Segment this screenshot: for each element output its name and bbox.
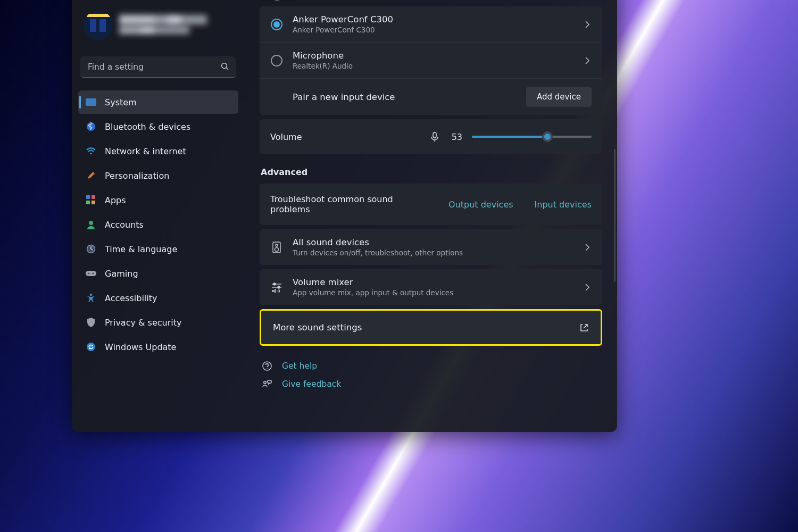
svg-rect-27	[268, 380, 271, 383]
sidebar-item-label: Windows Update	[105, 342, 176, 352]
sidebar-item-label: Gaming	[105, 269, 138, 279]
chevron-right-icon	[583, 243, 592, 252]
give-feedback-link[interactable]: Give feedback	[262, 379, 602, 389]
svg-rect-6	[92, 195, 95, 199]
row-title: More sound settings	[273, 322, 570, 332]
sidebar-item-privacy[interactable]: Privacy & security	[78, 311, 238, 334]
volume-row: Volume 53	[260, 119, 602, 154]
shield-icon	[86, 317, 96, 328]
svg-rect-16	[433, 132, 436, 138]
svg-point-25	[267, 368, 268, 369]
svg-point-13	[93, 273, 94, 275]
link-text: Get help	[282, 361, 317, 371]
microphone-icon[interactable]	[429, 131, 440, 142]
avatar	[84, 11, 113, 40]
device-title: Microphone	[293, 51, 573, 61]
sidebar-item-time-language[interactable]: Time & language	[78, 237, 238, 261]
paintbrush-icon	[86, 170, 96, 181]
sidebar-item-bluetooth[interactable]: Bluetooth & devices	[78, 115, 238, 138]
breadcrumb: System › Sound	[260, 0, 602, 1]
troubleshoot-row: Troubleshoot common sound problems Outpu…	[260, 184, 602, 225]
system-icon	[86, 97, 96, 107]
accessibility-icon	[86, 293, 96, 303]
bluetooth-icon	[86, 121, 96, 132]
volume-mixer-row[interactable]: Volume mixer App volume mix, app input &…	[260, 269, 602, 305]
svg-rect-5	[86, 195, 90, 199]
slider-thumb[interactable]	[542, 131, 553, 142]
pair-label: Pair a new input device	[293, 92, 517, 102]
sidebar-item-personalization[interactable]: Personalization	[78, 164, 238, 187]
all-sound-devices-row[interactable]: All sound devices Turn devices on/off, t…	[260, 229, 602, 265]
profile-block[interactable]	[78, 5, 238, 53]
svg-rect-11	[86, 271, 96, 276]
volume-slider[interactable]	[472, 136, 592, 138]
sidebar-item-accounts[interactable]: Accounts	[78, 213, 238, 236]
add-device-button[interactable]: Add device	[526, 87, 592, 107]
volume-value: 53	[450, 132, 462, 142]
settings-window: System Bluetooth & devices Network & int…	[72, 0, 617, 432]
svg-point-18	[276, 244, 278, 246]
search-icon	[220, 62, 230, 71]
search-input[interactable]	[80, 56, 236, 78]
gamepad-icon	[86, 268, 96, 279]
radio-selected-icon[interactable]	[271, 19, 282, 30]
sidebar-item-label: Network & internet	[105, 146, 186, 156]
clock-globe-icon	[86, 244, 96, 254]
sidebar: System Bluetooth & devices Network & int…	[72, 0, 245, 432]
output-devices-link[interactable]: Output devices	[448, 200, 513, 210]
svg-point-19	[275, 247, 279, 251]
svg-point-14	[90, 294, 92, 296]
device-subtitle: Anker PowerConf C300	[293, 26, 573, 34]
update-icon	[86, 342, 96, 352]
pair-device-row: Pair a new input device Add device	[260, 78, 602, 115]
sidebar-item-label: Accessibility	[105, 293, 157, 303]
svg-point-3	[87, 122, 95, 131]
svg-point-12	[88, 273, 90, 275]
mixer-icon	[270, 282, 283, 293]
svg-point-26	[264, 381, 267, 384]
nav-list: System Bluetooth & devices Network & int…	[78, 90, 238, 359]
breadcrumb-parent[interactable]: System	[260, 0, 339, 1]
feedback-icon	[262, 379, 272, 389]
row-title: All sound devices	[293, 237, 573, 247]
breadcrumb-current: Sound	[365, 0, 433, 1]
sidebar-item-windows-update[interactable]: Windows Update	[78, 335, 238, 359]
troubleshoot-label: Troubleshoot common sound problems	[270, 194, 433, 214]
svg-point-9	[89, 221, 93, 225]
svg-point-21	[273, 283, 276, 285]
sidebar-item-label: System	[105, 97, 137, 107]
svg-rect-8	[92, 201, 95, 204]
sidebar-item-network[interactable]: Network & internet	[78, 139, 238, 163]
sidebar-item-accessibility[interactable]: Accessibility	[78, 286, 238, 310]
external-link-icon	[579, 323, 589, 332]
more-sound-settings-highlight: More sound settings	[260, 309, 602, 346]
more-sound-settings-row[interactable]: More sound settings	[261, 311, 601, 344]
row-subtitle: Turn devices on/off, troubleshoot, other…	[293, 248, 573, 257]
scrollbar[interactable]	[614, 149, 616, 282]
sidebar-item-gaming[interactable]: Gaming	[78, 262, 238, 285]
profile-name-redacted	[119, 15, 207, 36]
input-devices-link[interactable]: Input devices	[535, 200, 592, 210]
sidebar-item-label: Bluetooth & devices	[105, 122, 190, 132]
person-icon	[86, 219, 96, 230]
speaker-icon	[270, 241, 283, 254]
sidebar-item-label: Time & language	[105, 244, 177, 254]
input-devices-card: Anker PowerConf C300 Anker PowerConf C30…	[260, 6, 602, 115]
sidebar-item-apps[interactable]: Apps	[78, 188, 238, 212]
chevron-right-icon	[583, 20, 592, 29]
breadcrumb-separator-icon: ›	[349, 0, 355, 1]
svg-point-23	[278, 286, 280, 288]
device-title: Anker PowerConf C300	[293, 14, 573, 24]
sidebar-item-system[interactable]: System	[78, 90, 238, 114]
radio-unselected-icon[interactable]	[271, 55, 282, 66]
device-subtitle: Realtek(R) Audio	[293, 62, 573, 70]
input-device-row[interactable]: Anker PowerConf C300 Anker PowerConf C30…	[260, 6, 602, 42]
get-help-link[interactable]: Get help	[262, 361, 602, 371]
advanced-heading: Advanced	[261, 167, 602, 177]
input-device-row[interactable]: Microphone Realtek(R) Audio	[260, 42, 602, 78]
search-box[interactable]	[80, 56, 236, 78]
troubleshoot-card: Troubleshoot common sound problems Outpu…	[260, 184, 602, 225]
svg-rect-7	[86, 201, 90, 204]
volume-card: Volume 53	[260, 119, 602, 154]
wifi-icon	[86, 146, 96, 156]
